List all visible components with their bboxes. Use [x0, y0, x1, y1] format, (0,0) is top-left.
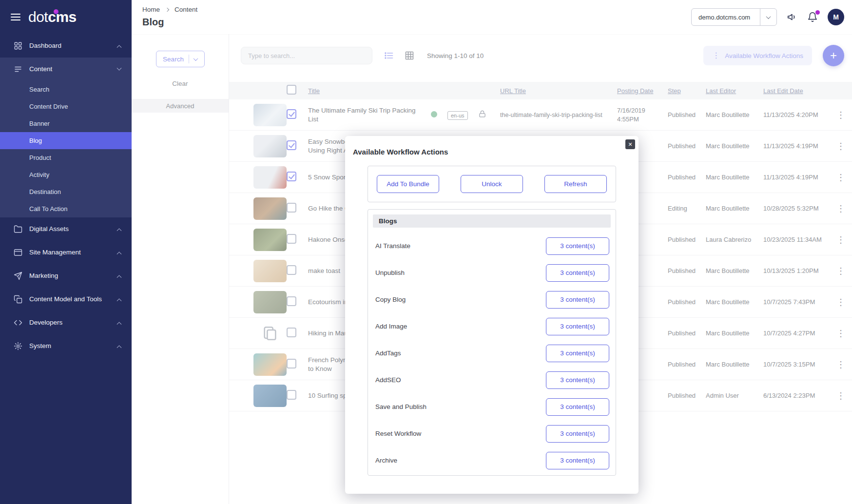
workflow-action-row: Save and Publish 3 content(s)	[368, 393, 616, 420]
marketing-icon	[14, 271, 22, 280]
workflow-action-row: AddSEO 3 content(s)	[368, 367, 616, 393]
sidebar-item-label: Content Model and Tools	[29, 295, 111, 304]
workflow-actions-modal: ✕ Available Workflow Actions Add To Bund…	[345, 136, 639, 494]
breadcrumb: Home Content	[142, 6, 197, 13]
logo-text-light: dot	[28, 9, 48, 25]
sidebar-item-content-model-and-tools[interactable]: Content Model and Tools	[0, 288, 132, 311]
sidebar-item-label: Content	[29, 65, 111, 74]
modal-close-button[interactable]: ✕	[625, 139, 635, 149]
breadcrumb-home[interactable]: Home	[142, 6, 160, 13]
workflow-action-label: Copy Blog	[375, 296, 406, 303]
sidebar-item-system[interactable]: System	[0, 334, 132, 358]
chevron-up-icon	[117, 298, 122, 303]
workflow-action-label: AI Translate	[375, 242, 410, 250]
sidebar-item-product[interactable]: Product	[0, 149, 132, 166]
workflow-action-row: Unpublish 3 content(s)	[368, 259, 616, 286]
site-selector[interactable]: demo.dotcms.com	[691, 8, 777, 26]
workflow-action-count-button[interactable]: 3 content(s)	[546, 264, 609, 282]
workflow-action-row: Reset Workflow 3 content(s)	[368, 420, 616, 447]
modal-title: Available Workflow Actions	[345, 136, 639, 164]
workflow-action-row: Add Image 3 content(s)	[368, 313, 616, 340]
sidebar-item-site-management[interactable]: Site Management	[0, 241, 132, 264]
logo-accent-dot	[54, 9, 58, 14]
chevron-up-icon	[117, 345, 122, 350]
workflow-action-label: Add Image	[375, 323, 407, 330]
system-icon	[14, 342, 22, 350]
sidebar-nav: DashboardContentSearchContent DriveBanne…	[0, 34, 132, 358]
refresh-button[interactable]: Refresh	[544, 175, 607, 193]
workflow-action-label: Save and Publish	[375, 403, 426, 410]
workflow-group-title: Blogs	[373, 214, 611, 228]
bulk-buttons-box: Add To Bundle Unlock Refresh	[368, 166, 616, 202]
announcements-icon[interactable]	[787, 12, 797, 22]
notification-dot	[815, 10, 820, 15]
topbar: Home Content Blog demo.dotcms.com M	[132, 0, 852, 34]
workflow-action-row: Copy Blog 3 content(s)	[368, 286, 616, 313]
chevron-up-icon	[117, 45, 122, 50]
sidebar-item-marketing[interactable]: Marketing	[0, 264, 132, 288]
workflow-action-count-button[interactable]: 3 content(s)	[546, 345, 609, 362]
workflow-action-count-button[interactable]: 3 content(s)	[546, 318, 609, 335]
workflow-actions-list: AI Translate 3 content(s) Unpublish 3 co…	[368, 233, 616, 474]
user-avatar[interactable]: M	[828, 9, 844, 25]
chevron-up-icon	[117, 252, 122, 256]
workflow-action-count-button[interactable]: 3 content(s)	[546, 398, 609, 416]
workflow-action-count-button[interactable]: 3 content(s)	[546, 425, 609, 443]
sidebar-item-dashboard[interactable]: Dashboard	[0, 34, 132, 58]
sidebar-item-developers[interactable]: Developers	[0, 311, 132, 334]
chevron-right-icon	[165, 7, 169, 11]
sidebar-item-label: System	[29, 342, 111, 350]
site-management-icon	[14, 248, 22, 257]
sidebar-item-search[interactable]: Search	[0, 81, 132, 98]
workflow-action-label: AddSEO	[375, 376, 401, 384]
workflow-action-count-button[interactable]: 3 content(s)	[546, 291, 609, 309]
chevron-down-icon	[117, 65, 122, 70]
chevron-up-icon	[117, 228, 122, 233]
content-icon	[14, 65, 22, 74]
sidebar-group-content: ContentSearchContent DriveBannerBlogProd…	[0, 58, 132, 217]
sidebar-item-destination[interactable]: Destination	[0, 183, 132, 200]
workflow-action-row: AI Translate 3 content(s)	[368, 233, 616, 259]
workflow-action-count-button[interactable]: 3 content(s)	[546, 371, 609, 389]
logo-text-bold: cms	[48, 9, 77, 25]
sidebar-item-label: Marketing	[29, 272, 111, 280]
sidebar: dotcms DashboardContentSearchContent Dri…	[0, 0, 132, 504]
site-selector-caret[interactable]	[760, 9, 776, 25]
chevron-up-icon	[117, 322, 122, 327]
sidebar-item-content-drive[interactable]: Content Drive	[0, 98, 132, 115]
hamburger-menu-icon[interactable]	[11, 12, 20, 22]
site-selector-value: demo.dotcms.com	[692, 14, 760, 21]
sidebar-item-banner[interactable]: Banner	[0, 115, 132, 132]
workflow-action-row: Archive 3 content(s)	[368, 447, 616, 474]
sidebar-item-label: Site Management	[29, 249, 111, 257]
add-to-bundle-button[interactable]: Add To Bundle	[377, 175, 439, 193]
dotcms-logo[interactable]: dotcms	[28, 9, 77, 25]
developers-icon	[14, 318, 22, 327]
sidebar-item-blog[interactable]: Blog	[0, 132, 132, 149]
sidebar-item-call-to-action[interactable]: Call To Action	[0, 200, 132, 217]
workflow-action-label: AddTags	[375, 349, 401, 357]
workflow-action-row: AddTags 3 content(s)	[368, 340, 616, 367]
workflow-action-count-button[interactable]: 3 content(s)	[546, 237, 609, 255]
workflow-action-label: Unpublish	[375, 269, 405, 276]
sidebar-item-digital-assets[interactable]: Digital Assets	[0, 217, 132, 241]
unlock-button[interactable]: Unlock	[461, 175, 523, 193]
sidebar-item-content[interactable]: Content	[0, 58, 132, 81]
notifications-bell-icon[interactable]	[807, 12, 818, 22]
breadcrumb-content[interactable]: Content	[174, 6, 197, 13]
page-title: Blog	[142, 17, 164, 28]
workflow-action-label: Archive	[375, 457, 397, 464]
sidebar-item-activity[interactable]: Activity	[0, 166, 132, 183]
workflow-actions-box: Blogs AI Translate 3 content(s) Unpublis…	[368, 209, 616, 476]
workflow-action-count-button[interactable]: 3 content(s)	[546, 452, 609, 469]
content-model-icon	[14, 295, 22, 304]
chevron-up-icon	[117, 275, 122, 280]
sidebar-item-label: Dashboard	[29, 42, 111, 50]
chevron-down-icon	[766, 14, 771, 19]
digital-assets-icon	[14, 225, 22, 233]
workflow-action-label: Reset Workflow	[375, 430, 421, 437]
sidebar-item-label: Developers	[29, 319, 111, 327]
dashboard-icon	[14, 41, 22, 50]
sidebar-item-label: Digital Assets	[29, 225, 111, 233]
